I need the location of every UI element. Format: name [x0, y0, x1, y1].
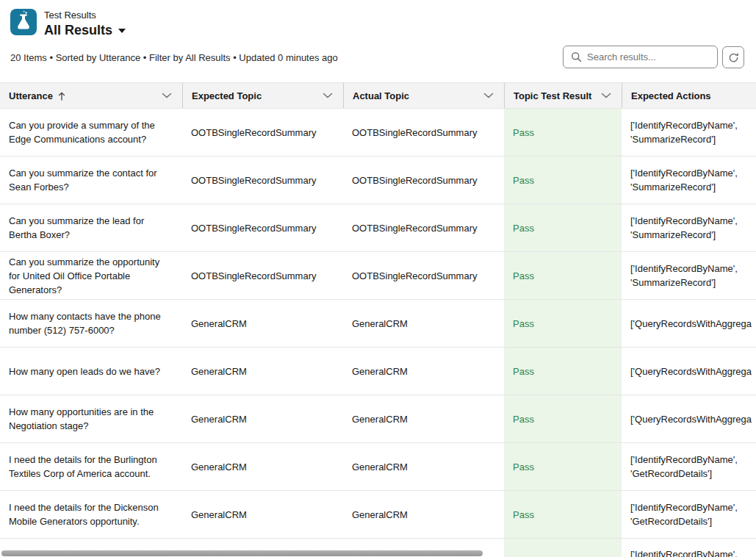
- topic-test-result-cell-text: Pass: [513, 364, 534, 378]
- expected-actions-cell-text: ['IdentifyRecordByName', 'SummarizeRecor…: [630, 166, 744, 194]
- utterance-cell: Can you summarize the lead for Bertha Bo…: [0, 204, 182, 251]
- topic-test-result-cell: [504, 539, 622, 557]
- expected-topic-cell-text: GeneralCRM: [191, 364, 247, 378]
- column-label: Expected Actions: [631, 90, 711, 101]
- search-icon: [571, 51, 582, 62]
- utterance-cell-text: How many open leads do we have?: [9, 364, 160, 378]
- view-selector[interactable]: All Results: [44, 23, 126, 37]
- actual-topic-cell-text: GeneralCRM: [352, 317, 408, 331]
- expected-actions-cell-text: ['IdentifyRecordByName', 'GetRecordDetai…: [630, 453, 744, 481]
- column-label: Actual Topic: [353, 90, 409, 101]
- actual-topic-cell-text: OOTBSingleRecordSummary: [352, 126, 478, 140]
- utterance-cell-text: Can you summarize the contact for Sean F…: [9, 166, 170, 194]
- topic-test-result-cell-text: Pass: [513, 126, 534, 140]
- expected-actions-cell-text: ['QueryRecordsWithAggrega: [630, 317, 752, 331]
- test-results-page: Test Results All Results 20 Items • Sort…: [0, 0, 756, 557]
- utterance-cell: I need the details for the Dickenson Mob…: [0, 491, 182, 538]
- actual-topic-cell: GeneralCRM: [343, 300, 504, 347]
- column-label: Utterance: [9, 90, 53, 101]
- search-box: [563, 46, 718, 68]
- actual-topic-cell-text: GeneralCRM: [352, 412, 408, 426]
- table-row: Can you provide a summary of the Edge Co…: [0, 109, 756, 157]
- search-input[interactable]: [587, 51, 711, 62]
- column-header-utterance[interactable]: Utterance: [0, 83, 182, 108]
- chevron-down-icon[interactable]: [483, 93, 494, 98]
- topic-test-result-cell-text: Pass: [513, 173, 534, 187]
- expected-actions-cell: ['IdentifyRecordByName',: [622, 539, 756, 557]
- expected-topic-cell-text: GeneralCRM: [191, 412, 247, 426]
- topic-test-result-cell: Pass: [504, 157, 622, 204]
- column-label: Topic Test Result: [514, 90, 591, 101]
- table-row: Can you summarize the contact for Sean F…: [0, 157, 756, 204]
- expected-topic-cell: OOTBSingleRecordSummary: [182, 252, 343, 299]
- actual-topic-cell: OOTBSingleRecordSummary: [343, 109, 504, 156]
- topic-test-result-cell: Pass: [504, 491, 622, 538]
- expected-actions-cell: ['IdentifyRecordByName', 'GetRecordDetai…: [622, 491, 756, 538]
- table-row: How many open leads do we have?GeneralCR…: [0, 348, 756, 395]
- expected-actions-cell: ['IdentifyRecordByName', 'SummarizeRecor…: [622, 252, 756, 299]
- expected-actions-cell: ['IdentifyRecordByName', 'SummarizeRecor…: [622, 109, 756, 156]
- actual-topic-cell-text: GeneralCRM: [352, 364, 408, 378]
- chevron-down-icon[interactable]: [601, 93, 611, 98]
- utterance-cell: Can you provide a summary of the Edge Co…: [0, 109, 182, 156]
- actual-topic-cell: GeneralCRM: [343, 443, 504, 490]
- column-header-actual-topic[interactable]: Actual Topic: [343, 83, 504, 108]
- actual-topic-cell-text: OOTBSingleRecordSummary: [352, 269, 478, 283]
- expected-topic-cell-text: GeneralCRM: [191, 460, 247, 474]
- actual-topic-cell: OOTBSingleRecordSummary: [343, 204, 504, 251]
- chevron-down-icon[interactable]: [162, 93, 172, 98]
- sort-ascending-icon: [58, 91, 65, 101]
- expected-actions-cell: ['QueryRecordsWithAggrega: [622, 348, 756, 395]
- table-row: I need the details for the Burlington Te…: [0, 443, 756, 491]
- expected-topic-cell: OOTBSingleRecordSummary: [182, 109, 343, 156]
- utterance-cell-text: How many contacts have the phone number …: [9, 309, 170, 337]
- utterance-cell: Can you summarize the contact for Sean F…: [0, 157, 182, 204]
- expected-actions-cell-text: ['IdentifyRecordByName', 'GetRecordDetai…: [630, 500, 744, 528]
- refresh-button[interactable]: [722, 46, 744, 68]
- utterance-cell-text: Can you summarize the opportunity for Un…: [9, 255, 170, 297]
- caret-down-icon: [118, 29, 126, 33]
- utterance-cell: I need the details for the Burlington Te…: [0, 443, 182, 490]
- flask-icon: [10, 9, 37, 35]
- expected-actions-cell: ['IdentifyRecordByName', 'SummarizeRecor…: [622, 204, 756, 251]
- expected-actions-cell: ['QueryRecordsWithAggrega: [622, 395, 756, 442]
- topic-test-result-cell-text: Pass: [513, 269, 534, 283]
- expected-actions-cell-text: ['IdentifyRecordByName', 'SummarizeRecor…: [630, 118, 744, 146]
- chevron-down-icon[interactable]: [323, 93, 333, 98]
- topic-test-result-cell-text: Pass: [513, 412, 534, 426]
- table-row: Can you summarize the opportunity for Un…: [0, 252, 756, 300]
- utterance-cell-text: Can you provide a summary of the Edge Co…: [9, 118, 170, 146]
- topic-test-result-cell: Pass: [504, 348, 622, 395]
- table-row: How many opportunities are in the Negoti…: [0, 395, 756, 443]
- expected-actions-cell: ['IdentifyRecordByName', 'SummarizeRecor…: [622, 157, 756, 204]
- column-header-expected-actions[interactable]: Expected Actions: [622, 83, 756, 108]
- column-label: Expected Topic: [192, 90, 262, 101]
- refresh-icon: [728, 52, 739, 63]
- table-header-row: UtteranceExpected TopicActual TopicTopic…: [0, 82, 756, 109]
- column-header-expected-topic[interactable]: Expected Topic: [182, 83, 343, 108]
- utterance-cell-text: I need the details for the Burlington Te…: [9, 453, 170, 481]
- expected-actions-cell-text: ['IdentifyRecordByName', 'SummarizeRecor…: [630, 262, 744, 290]
- actual-topic-cell: GeneralCRM: [343, 395, 504, 442]
- column-header-topic-test-result[interactable]: Topic Test Result: [504, 83, 622, 108]
- actual-topic-cell-text: OOTBSingleRecordSummary: [352, 221, 478, 235]
- expected-actions-cell: ['IdentifyRecordByName', 'GetRecordDetai…: [622, 443, 756, 490]
- topic-test-result-cell: Pass: [504, 204, 622, 251]
- utterance-cell: How many open leads do we have?: [0, 348, 182, 395]
- utterance-cell-text: I need the details for the Dickenson Mob…: [9, 500, 170, 528]
- utterance-cell: Can you summarize the opportunity for Un…: [0, 252, 182, 299]
- actual-topic-cell-text: GeneralCRM: [352, 460, 408, 474]
- topic-test-result-cell-text: Pass: [513, 317, 534, 331]
- table-row: Can you summarize the lead for Bertha Bo…: [0, 204, 756, 252]
- scrollbar-thumb[interactable]: [1, 550, 483, 556]
- expected-topic-cell-text: GeneralCRM: [191, 317, 247, 331]
- actual-topic-cell: OOTBSingleRecordSummary: [343, 252, 504, 299]
- actual-topic-cell: OOTBSingleRecordSummary: [343, 157, 504, 204]
- topic-test-result-cell-text: Pass: [513, 221, 534, 235]
- topic-test-result-cell: Pass: [504, 109, 622, 156]
- utterance-cell: How many opportunities are in the Negoti…: [0, 395, 182, 442]
- page-header: Test Results All Results: [10, 9, 126, 37]
- topic-test-result-cell-text: Pass: [513, 460, 534, 474]
- expected-topic-cell-text: OOTBSingleRecordSummary: [191, 221, 317, 235]
- actual-topic-cell-text: OOTBSingleRecordSummary: [352, 173, 478, 187]
